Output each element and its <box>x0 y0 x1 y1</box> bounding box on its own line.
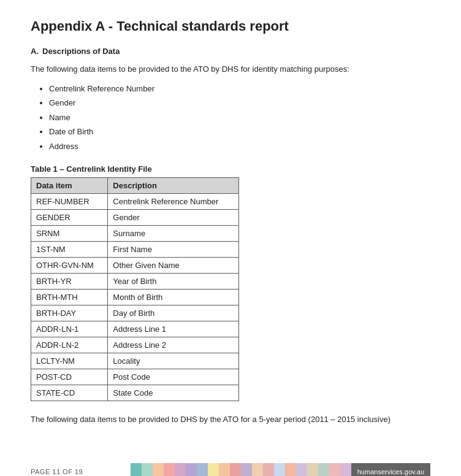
table-cell-data-item: REF-NUMBER <box>31 194 108 210</box>
table-row: BRTH-YRYear of Birth <box>31 274 239 290</box>
table-row: BRTH-MTHMonth of Birth <box>31 290 239 305</box>
list-item: Date of Birth <box>49 126 430 138</box>
table-cell-data-item: BRTH-DAY <box>31 305 108 321</box>
table-row: SRNMSurname <box>31 226 239 242</box>
footer-text: The following data items to be provided … <box>31 413 430 426</box>
table-cell-description: Address Line 2 <box>108 337 239 353</box>
brand-box: humanservices.gov.au <box>351 463 430 477</box>
color-bar-segment <box>186 463 197 477</box>
col-header-description: Description <box>108 178 239 194</box>
table-caption: Table 1 – Centrelink Identity File <box>31 164 430 174</box>
data-table: Data item Description REF-NUMBERCentreli… <box>31 177 239 401</box>
color-bar-segment <box>208 463 219 477</box>
color-bar-segment <box>131 463 142 477</box>
color-bar-segment <box>340 463 351 477</box>
table-cell-data-item: ADDR-LN-2 <box>31 337 108 353</box>
table-cell-description: Address Line 1 <box>108 321 239 337</box>
table-cell-description: Other Given Name <box>108 258 239 274</box>
color-bar-segment <box>142 463 153 477</box>
table-cell-data-item: LCLTY-NM <box>31 353 108 369</box>
table-row: OTHR-GVN-NMOther Given Name <box>31 258 239 274</box>
table-cell-description: Year of Birth <box>108 274 239 290</box>
table-row: REF-NUMBERCentrelink Reference Number <box>31 194 239 210</box>
color-bar-segment <box>252 463 263 477</box>
table-cell-description: State Code <box>108 385 239 401</box>
table-row: GENDERGender <box>31 210 239 226</box>
table-cell-data-item: 1ST-NM <box>31 242 108 258</box>
footer-brand: humanservices.gov.au <box>131 463 430 477</box>
page-number: PAGE 11 OF 19 <box>31 468 83 475</box>
color-bar-segment <box>263 463 274 477</box>
table-cell-description: Locality <box>108 353 239 369</box>
section-a-heading-label: Descriptions of Data <box>42 47 120 56</box>
color-bar-segment <box>329 463 340 477</box>
table-cell-data-item: STATE-CD <box>31 385 108 401</box>
table-row: 1ST-NMFirst Name <box>31 242 239 258</box>
intro-text: The following data items to be provided … <box>31 63 430 75</box>
table-row: STATE-CDState Code <box>31 385 239 401</box>
table-row: ADDR-LN-2Address Line 2 <box>31 337 239 353</box>
page-title: Appendix A - Technical standards report <box>31 18 430 34</box>
table-cell-description: Centrelink Reference Number <box>108 194 239 210</box>
table-row: ADDR-LN-1Address Line 1 <box>31 321 239 337</box>
color-bar-segment <box>318 463 329 477</box>
section-a-heading: A.Descriptions of Data <box>31 47 430 56</box>
table-cell-description: Month of Birth <box>108 290 239 305</box>
color-bar-segment <box>274 463 285 477</box>
color-bar-segment <box>175 463 186 477</box>
color-bar-segment <box>296 463 307 477</box>
list-item: Centrelink Reference Number <box>49 83 430 95</box>
color-bar-segment <box>219 463 230 477</box>
page-footer: PAGE 11 OF 19 humanservices.gov.au <box>0 456 461 477</box>
table-cell-description: Gender <box>108 210 239 226</box>
color-bar-segment <box>230 463 241 477</box>
table-cell-description: Post Code <box>108 369 239 385</box>
table-cell-data-item: OTHR-GVN-NM <box>31 258 108 274</box>
table-cell-data-item: ADDR-LN-1 <box>31 321 108 337</box>
color-bar-segment <box>164 463 175 477</box>
table-header-row: Data item Description <box>31 178 239 194</box>
color-bar-segment <box>307 463 318 477</box>
color-bar-segment <box>153 463 164 477</box>
list-item: Address <box>49 140 430 153</box>
table-row: LCLTY-NMLocality <box>31 353 239 369</box>
table-cell-data-item: POST-CD <box>31 369 108 385</box>
table-cell-data-item: GENDER <box>31 210 108 226</box>
table-row: BRTH-DAYDay of Birth <box>31 305 239 321</box>
color-bar-segment <box>285 463 296 477</box>
table-cell-data-item: BRTH-MTH <box>31 290 108 305</box>
list-item: Gender <box>49 97 430 109</box>
table-cell-description: Day of Birth <box>108 305 239 321</box>
table-cell-data-item: SRNM <box>31 226 108 242</box>
color-bar-segment <box>197 463 208 477</box>
table-row: POST-CDPost Code <box>31 369 239 385</box>
color-bar <box>131 463 351 477</box>
color-bar-segment <box>241 463 252 477</box>
list-item: Name <box>49 112 430 124</box>
col-header-data-item: Data item <box>31 178 108 194</box>
table-cell-description: Surname <box>108 226 239 242</box>
table-cell-data-item: BRTH-YR <box>31 274 108 290</box>
section-letter: A. <box>31 47 39 56</box>
table-cell-description: First Name <box>108 242 239 258</box>
bullet-list: Centrelink Reference Number Gender Name … <box>49 83 430 153</box>
